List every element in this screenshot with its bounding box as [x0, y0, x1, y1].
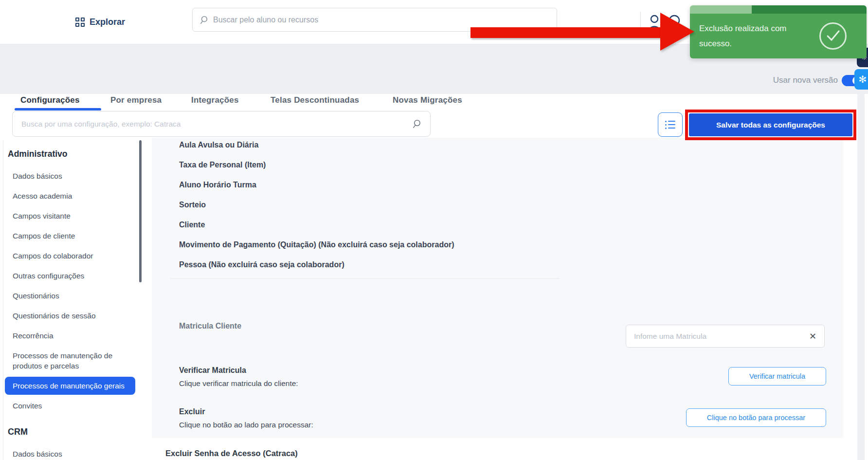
tab-novas-migracoes[interactable]: Novas Migrações — [393, 95, 462, 105]
sidebar-item-acesso-academia[interactable]: Acesso academia — [5, 186, 135, 206]
excluir-title: Excluir — [179, 407, 205, 416]
sidebar-item-dados-basicos[interactable]: Dados básicos — [5, 166, 135, 186]
list-item: Aula Avulsa ou Diária — [179, 135, 454, 155]
list-item: Taxa de Personal (Item) — [179, 155, 454, 175]
tab-telas-descontinuadas[interactable]: Telas Descontinuadas — [271, 95, 359, 105]
verificar-matricula-button[interactable]: Verificar matricula — [728, 367, 826, 386]
list-icon — [665, 121, 675, 129]
sidebar-section-administrativo: Administrativo — [8, 148, 135, 159]
sidebar-item-recorrencia[interactable]: Recorrência — [5, 326, 135, 346]
sidebar: Administrativo Dados básicos Acesso acad… — [5, 148, 135, 460]
list-item: Movimento de Pagamento (Quitação) (Não e… — [179, 235, 454, 255]
sidebar-item-campos-visitante[interactable]: Campos visitante — [5, 206, 135, 226]
annotation-arrow-shaft — [470, 27, 661, 38]
delete-entities-list: Aula Avulsa ou Diária Taxa de Personal (… — [179, 135, 454, 275]
sidebar-item-outras-configuracoes[interactable]: Outras configurações — [5, 266, 135, 286]
processar-button[interactable]: Clique no botão para processar — [686, 408, 826, 427]
tab-integracoes[interactable]: Integrações — [191, 95, 239, 105]
success-check-icon — [819, 22, 847, 50]
tab-por-empresa[interactable]: Por empresa — [110, 95, 162, 105]
excluir-senha-heading: Excluir Senha de Acesso (Catraca) — [165, 449, 298, 458]
sidebar-item-processos-produtos-parcelas[interactable]: Processos de manutenção de produtos e pa… — [5, 346, 135, 376]
verificar-matricula-description: Clique verificar matricula do cliente: — [179, 379, 298, 388]
tab-configuracoes[interactable]: Configurações — [20, 95, 80, 105]
global-search-placeholder: Buscar pelo aluno ou recursos — [213, 16, 318, 24]
toast-message: Exclusão realizada com sucesso. — [699, 21, 814, 51]
list-item: Sorteio — [179, 195, 454, 215]
annotation-arrow-head — [660, 13, 694, 51]
toast-progress-bar — [690, 5, 867, 14]
list-item: Pessoa (Não excluirá caso seja colaborad… — [179, 255, 454, 275]
divider — [170, 278, 560, 279]
explore-menu[interactable]: Explorar — [75, 14, 125, 30]
chatgpt-extension-icon[interactable]: ✻ — [854, 69, 868, 90]
explore-label: Explorar — [90, 17, 125, 27]
clear-icon[interactable]: ✕ — [809, 332, 816, 341]
config-search-input[interactable]: Busca por uma configuração, exemplo: Cat… — [12, 111, 431, 137]
list-item: Cliente — [179, 215, 454, 235]
excluir-description: Clique no botão ao lado para processar: — [179, 421, 313, 429]
matricula-input[interactable]: Infome uma Matricula ✕ — [626, 325, 825, 348]
sidebar-border — [3, 140, 3, 460]
success-toast: Exclusão realizada com sucesso. — [690, 5, 867, 58]
sidebar-item-questionarios-de-sessao[interactable]: Questionários de sessão — [5, 306, 135, 326]
sidebar-item-campos-do-colaborador[interactable]: Campos do colaborador — [5, 246, 135, 266]
search-icon — [199, 16, 208, 24]
page-scrollbar[interactable] — [857, 94, 865, 460]
matricula-placeholder: Infome uma Matricula — [634, 332, 809, 341]
apps-grid-icon — [75, 18, 85, 27]
sidebar-scrollbar[interactable] — [139, 140, 142, 282]
sidebar-section-crm: CRM — [8, 426, 135, 437]
matricula-cliente-label: Matricula Cliente — [179, 322, 241, 331]
sidebar-item-campos-de-cliente[interactable]: Campos de cliente — [5, 226, 135, 246]
config-search-icon — [412, 119, 421, 129]
toast-progress-elapsed — [690, 5, 752, 14]
new-version-label: Usar nova versão — [773, 75, 838, 85]
sidebar-item-convites[interactable]: Convites — [5, 396, 135, 416]
sidebar-item-processos-gerais[interactable]: Processos de manutenção gerais — [5, 377, 135, 395]
save-all-configs-button[interactable]: Salvar todas as configurações — [689, 113, 852, 136]
active-tab-underline — [15, 108, 101, 110]
sidebar-item-questionarios[interactable]: Questionários — [5, 286, 135, 306]
sidebar-item-crm-dados-basicos[interactable]: Dados básicos — [5, 444, 135, 460]
settings-panel: Aula Avulsa ou Diária Taxa de Personal (… — [152, 138, 843, 438]
toast-progress-remaining — [752, 5, 867, 14]
list-item: Aluno Horário Turma — [179, 175, 454, 195]
verificar-matricula-title: Verificar Matricula — [179, 366, 246, 375]
list-view-button[interactable] — [658, 112, 683, 137]
config-search-placeholder: Busca por uma configuração, exemplo: Cat… — [21, 120, 412, 129]
